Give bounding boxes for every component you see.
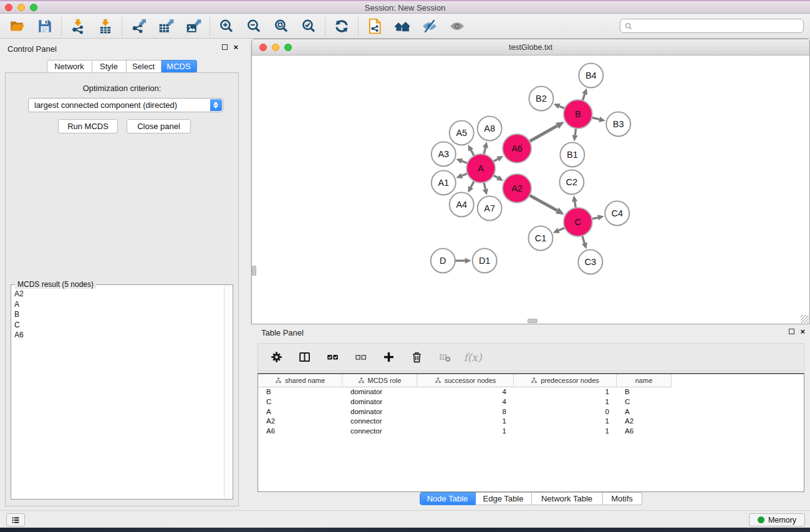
result-list-scrollbar[interactable]	[224, 286, 232, 498]
result-list-item[interactable]: C	[12, 320, 224, 331]
graph-edge-A-A7[interactable]	[483, 181, 488, 195]
table-cell[interactable]: B	[258, 387, 342, 397]
show-eye-icon[interactable]	[448, 17, 466, 35]
graph-edge-C-C3[interactable]	[582, 235, 587, 249]
graph-node-B3[interactable]: B3	[606, 112, 630, 137]
graph-node-D1[interactable]: D1	[473, 249, 497, 273]
table-cell[interactable]: 8	[417, 407, 514, 417]
graph-node-C4[interactable]: C4	[605, 201, 629, 226]
zoom-in-icon[interactable]	[218, 17, 235, 35]
graph-edge-A-A4[interactable]	[468, 180, 475, 193]
graph-node-A3[interactable]: A3	[432, 142, 456, 167]
table-cell[interactable]: dominator	[342, 407, 417, 417]
tab-edge-table[interactable]: Edge Table	[476, 492, 532, 505]
graph-node-B[interactable]: B	[564, 100, 592, 128]
export-image-icon[interactable]	[185, 17, 202, 35]
network-window-titlebar[interactable]: testGlobe.txt	[252, 39, 809, 56]
table-cell[interactable]: 1	[514, 397, 617, 407]
table-cell[interactable]: connector	[342, 427, 417, 437]
column-header-predecessor-nodes[interactable]: predecessor nodes	[514, 374, 617, 387]
graph-edge-B-B4[interactable]	[582, 88, 587, 102]
table-cell[interactable]: A6	[617, 427, 672, 437]
deselect-all-icon[interactable]	[352, 349, 369, 366]
search-input[interactable]	[633, 20, 803, 32]
result-list-item[interactable]: B	[12, 309, 224, 320]
tab-network-table[interactable]: Network Table	[532, 492, 603, 505]
table-row[interactable]: Bdominator41B	[258, 387, 804, 397]
share-document-icon[interactable]	[366, 17, 383, 35]
tab-mcds[interactable]: MCDS	[162, 60, 197, 73]
graph-node-A2[interactable]: A2	[503, 174, 531, 203]
graph-edge-A-A6[interactable]	[493, 156, 504, 162]
tab-network[interactable]: Network	[47, 60, 92, 73]
resize-grip[interactable]	[801, 315, 809, 323]
float-panel-icon[interactable]	[222, 44, 228, 50]
graph-node-A1[interactable]: A1	[432, 171, 456, 195]
column-header-shared-name[interactable]: shared name	[258, 374, 342, 387]
table-cell[interactable]: 1	[514, 387, 617, 397]
export-table-icon[interactable]	[157, 17, 175, 35]
graph-edge-C-C2[interactable]	[572, 195, 577, 209]
table-cell[interactable]: 1	[514, 417, 617, 427]
graph-edge-C-C4[interactable]	[591, 215, 604, 220]
result-list-item[interactable]: A	[12, 299, 224, 310]
graph-node-A8[interactable]: A8	[478, 117, 502, 141]
graph-node-A5[interactable]: A5	[450, 121, 474, 145]
graph-node-C2[interactable]: C2	[559, 170, 584, 195]
select-all-icon[interactable]	[324, 349, 341, 366]
result-list-item[interactable]: A2	[12, 289, 224, 299]
graph-node-C[interactable]: C	[564, 208, 592, 236]
table-cell[interactable]: C	[258, 397, 342, 407]
graph-edge-A-A1[interactable]	[456, 173, 468, 178]
table-cell[interactable]: C	[617, 397, 672, 407]
table-cell[interactable]: A2	[258, 417, 342, 427]
table-cell[interactable]: 1	[417, 427, 514, 437]
graph-edge-A-A2[interactable]	[493, 175, 504, 181]
graph-edge-A-A5[interactable]	[468, 145, 475, 157]
tab-select[interactable]: Select	[127, 60, 162, 73]
result-list-item[interactable]: A6	[12, 330, 224, 341]
horizontal-scrollbar-thumb[interactable]	[528, 319, 538, 323]
table-row[interactable]: A6connector11A6	[258, 427, 804, 437]
table-cell[interactable]: A	[617, 407, 672, 417]
graph-edge-B-B1[interactable]	[572, 127, 578, 142]
zoom-selected-icon[interactable]	[300, 17, 317, 35]
memory-button[interactable]: Memory	[749, 513, 805, 526]
close-panel-icon[interactable]: ×	[233, 44, 238, 51]
float-table-panel-icon[interactable]	[789, 329, 794, 334]
table-cell[interactable]: connector	[342, 417, 417, 427]
import-network-icon[interactable]	[69, 17, 87, 35]
graph-node-B1[interactable]: B1	[560, 143, 584, 167]
tab-node-table[interactable]: Node Table	[420, 492, 476, 505]
save-icon[interactable]	[36, 17, 54, 35]
graph-edge-B-B3[interactable]	[591, 117, 605, 122]
column-header-name[interactable]: name	[617, 374, 672, 387]
graph-edge-A6-B[interactable]	[528, 122, 564, 142]
graph-node-D[interactable]: D	[431, 249, 455, 273]
table-row[interactable]: Adominator80A	[258, 407, 804, 417]
graph-node-B4[interactable]: B4	[579, 64, 603, 88]
table-cell[interactable]: 0	[514, 407, 617, 417]
delete-icon[interactable]	[408, 349, 425, 366]
gear-icon[interactable]	[268, 349, 285, 366]
close-table-panel-icon[interactable]: ×	[800, 328, 805, 335]
home-icon[interactable]	[393, 17, 411, 35]
column-header-MCDS-role[interactable]: MCDS role	[342, 374, 417, 387]
column-header-successor-nodes[interactable]: successor nodes	[417, 374, 514, 387]
graph-node-C3[interactable]: C3	[578, 250, 602, 274]
graph-edge-A-A8[interactable]	[483, 142, 488, 155]
tab-style[interactable]: Style	[92, 60, 127, 73]
graph-edge-D-D1[interactable]	[454, 258, 471, 263]
graph-node-A4[interactable]: A4	[450, 193, 474, 217]
graph-edge-A-A3[interactable]	[456, 158, 468, 164]
graph-node-A6[interactable]: A6	[503, 134, 531, 163]
table-cell[interactable]: B	[617, 387, 672, 397]
table-cell[interactable]: dominator	[342, 387, 417, 397]
export-network-icon[interactable]	[130, 17, 147, 35]
graph-node-A7[interactable]: A7	[478, 196, 502, 221]
table-cell[interactable]: A	[258, 407, 342, 417]
graph-node-A[interactable]: A	[466, 154, 495, 183]
table-cell[interactable]: 4	[417, 397, 514, 407]
search-box[interactable]	[620, 19, 804, 33]
import-table-icon[interactable]	[97, 17, 114, 35]
